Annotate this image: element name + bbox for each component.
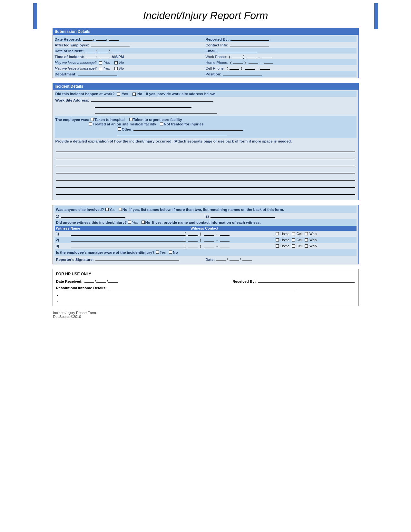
involved-no-checkbox[interactable] [119,208,122,211]
work-site-line3[interactable] [95,110,217,114]
witness-row-1: 1) ( ) - Home Cell Work [55,231,357,237]
date-incident-dd[interactable] [98,48,108,52]
person1-field[interactable] [61,214,125,218]
explanation-line-5[interactable] [56,175,355,181]
hr-resolution-field1[interactable] [109,285,296,289]
cell-prefix[interactable] [245,66,255,70]
w2-prefix[interactable] [204,238,214,242]
work-no-checkbox[interactable] [132,93,136,96]
position-field[interactable] [223,72,262,75]
home-number[interactable] [264,60,273,64]
person2-field[interactable] [210,214,275,218]
email-right: Email: [206,48,357,53]
explanation-line-1[interactable] [56,146,355,152]
sig-date-yyyy[interactable] [242,257,252,261]
message2-yes-label: Yes [104,66,110,70]
affected-employee-field[interactable] [91,43,130,46]
time-min[interactable] [99,54,109,58]
date-reported-mm[interactable] [83,37,93,41]
w3-work-checkbox[interactable] [305,244,308,248]
date-incident-mm[interactable] [85,48,95,52]
signature-field[interactable] [95,257,179,261]
w1-num[interactable] [220,232,230,236]
home-prefix[interactable] [249,60,258,64]
date-reported-dd[interactable] [96,37,106,41]
sig-date-dd[interactable] [230,257,239,261]
cell-number[interactable] [260,66,270,70]
other-checkbox[interactable] [118,127,121,131]
w2-num[interactable] [220,238,230,242]
sig-date-mm[interactable] [216,257,226,261]
hr-date-mm[interactable] [84,279,94,283]
home-area[interactable] [233,60,243,64]
work-prefix[interactable] [247,54,257,58]
w2-cell-checkbox[interactable] [292,238,295,241]
w1-cell-label: Cell [297,232,302,236]
w2-work-checkbox[interactable] [305,238,308,241]
hospital-checkbox[interactable] [91,118,94,121]
message1-no-checkbox[interactable] [114,61,118,64]
reported-by-field[interactable] [230,37,269,41]
w3-prefix[interactable] [204,244,214,248]
submission-body: Date Reported: / / Reported By: Affected… [53,35,358,78]
cell-area[interactable] [230,66,239,70]
email-field[interactable] [218,48,257,52]
w1-home-checkbox[interactable] [276,232,279,235]
manager-yes-checkbox[interactable] [156,251,159,254]
w1-area[interactable] [188,232,198,236]
work-site-label: Work Site Address: [55,98,89,102]
w2-area[interactable] [188,238,198,242]
witness-3-name[interactable] [71,244,185,248]
hr-date-yyyy[interactable] [108,279,118,283]
manager-no-checkbox[interactable] [169,251,172,254]
explanation-line-6[interactable] [56,182,355,188]
message2-yes-checkbox[interactable] [99,67,102,70]
message2-no-checkbox[interactable] [114,67,118,70]
explanation-line-7[interactable] [56,189,355,195]
not-treated-checkbox[interactable] [160,122,163,125]
onsite-checkbox[interactable] [89,122,92,125]
left-decorative-bar [33,3,37,29]
hr-resolution-field3[interactable] [57,298,58,301]
involved-yes-checkbox[interactable] [105,208,109,211]
hr-received-by-field[interactable] [258,279,355,283]
explanation-line-2[interactable] [56,153,355,159]
work-yes-checkbox[interactable] [117,93,120,96]
work-site-line2[interactable] [95,104,191,108]
w3-home-checkbox[interactable] [276,244,279,248]
time-hour[interactable] [86,54,96,58]
w2-home-checkbox[interactable] [276,238,279,241]
work-area[interactable] [232,54,241,58]
explanation-line-3[interactable] [56,161,355,166]
w1-cell-checkbox[interactable] [292,232,295,235]
w3-home-label: Home [280,244,289,248]
witness-name-header: Witness Name [56,226,191,230]
other-field1[interactable] [133,127,243,131]
explanation-line-4[interactable] [56,168,355,173]
message1-yes-checkbox[interactable] [99,61,102,64]
witness-yes-checkbox[interactable] [128,221,131,224]
date-incident-yyyy[interactable] [112,48,121,52]
work-number[interactable] [262,54,272,58]
other-field2[interactable] [117,132,227,136]
w3-cell-checkbox[interactable] [292,244,295,248]
dept-field[interactable] [78,72,117,75]
witness-1-name[interactable] [71,232,185,236]
urgent-checkbox[interactable] [129,118,132,121]
submission-header: Submission Details [53,28,358,35]
hr-resolution-field2[interactable] [57,292,58,296]
date-reported-yyyy[interactable] [109,37,119,41]
w3-num[interactable] [220,244,230,248]
w1-work-checkbox[interactable] [305,232,308,235]
message1-left: May we leave a message? Yes No [55,61,206,64]
w3-area[interactable] [188,244,198,248]
contact-info-field[interactable] [230,43,269,46]
work-site-line1[interactable] [91,98,213,102]
row-message2-cellphone: May we leave a message? Yes No Cell Phon… [55,65,357,71]
witness-2-name[interactable] [71,238,185,242]
hr-date-dd[interactable] [96,279,106,283]
w1-prefix[interactable] [204,232,214,236]
witness-3-type: Home Cell Work [274,244,349,248]
witness-no-checkbox[interactable] [142,221,145,224]
witness-if-yes: If yes, provide name and contact informa… [152,221,261,224]
